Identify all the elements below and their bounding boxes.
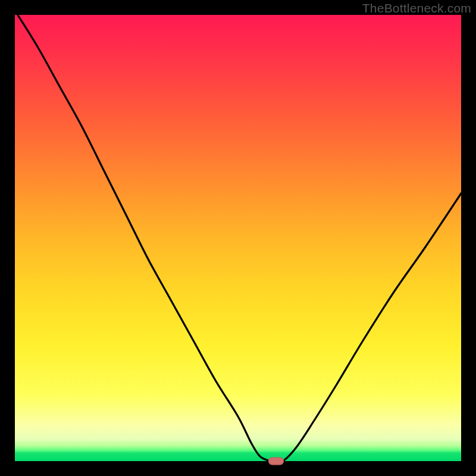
- curve-path: [15, 11, 461, 462]
- chart-frame: TheBottleneck.com: [0, 0, 476, 476]
- plot-area: [15, 15, 461, 461]
- optimum-marker: [268, 458, 284, 465]
- watermark-text: TheBottleneck.com: [362, 1, 471, 15]
- bottleneck-curve: [15, 15, 461, 461]
